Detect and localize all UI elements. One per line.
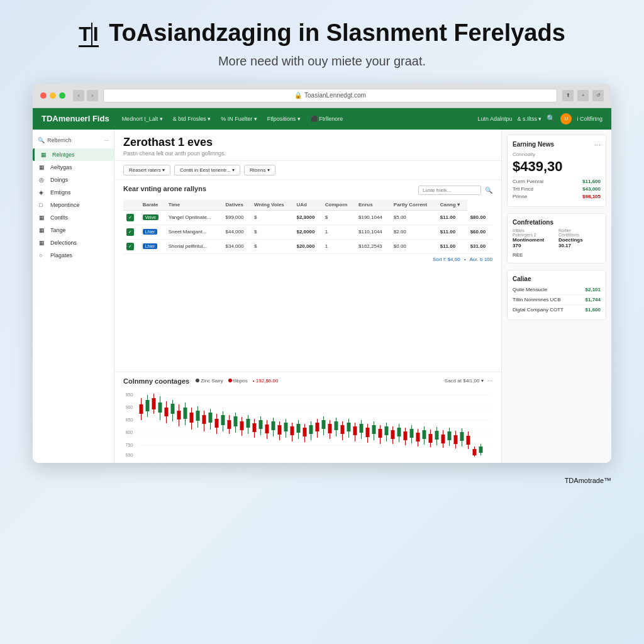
main-content: Zerothast 1 eves Pastn chena lelt our an… bbox=[114, 130, 501, 463]
sidebar-search[interactable]: 🔍 Relterrich ··· bbox=[33, 135, 114, 146]
svg-rect-38 bbox=[221, 415, 225, 425]
svg-rect-36 bbox=[215, 419, 219, 428]
svg-text:690: 690 bbox=[126, 453, 133, 457]
svg-rect-82 bbox=[360, 424, 364, 433]
bookmark-button[interactable]: + bbox=[577, 90, 589, 101]
svg-rect-106 bbox=[435, 431, 439, 440]
row2-tag: Lhier bbox=[140, 225, 165, 239]
caliae-title: Caliae bbox=[513, 275, 531, 282]
col-wv[interactable]: Wntng Voles bbox=[251, 199, 294, 211]
svg-text:950: 950 bbox=[126, 392, 133, 397]
row1-time: $99,000 bbox=[223, 210, 251, 225]
sidebar-menu-dots[interactable]: ··· bbox=[104, 137, 109, 143]
table-search-icon[interactable]: 🔍 bbox=[485, 187, 492, 194]
minimize-dot[interactable] bbox=[50, 92, 56, 99]
share-button[interactable]: ⬆ bbox=[562, 90, 574, 101]
table-area: Kear vnting arone rallyns 🔍 bbox=[114, 180, 501, 372]
maximize-dot[interactable] bbox=[59, 92, 65, 99]
chart-menu-dots[interactable]: ··· bbox=[487, 377, 492, 384]
sidebar-item-plagates[interactable]: ○ Plagates bbox=[33, 249, 114, 262]
sidebar-item-delections[interactable]: ▦ Delections bbox=[33, 236, 114, 249]
svg-rect-114 bbox=[460, 432, 464, 441]
earning-news-row-2: Trtl Fincd $43,000 bbox=[513, 186, 601, 192]
row2-enrus: $2.00 bbox=[391, 225, 437, 239]
nav-item-5[interactable]: ⬛ Ftrllenore bbox=[308, 114, 346, 123]
svg-rect-120 bbox=[479, 447, 483, 453]
nav-account-label: Lutn Adalntpu bbox=[477, 116, 512, 122]
data-table: Barate Time Datives Wntng Voles UAd Comp… bbox=[123, 199, 492, 254]
sidebar-item-tange[interactable]: ▦ Tange bbox=[33, 224, 114, 236]
back-button[interactable]: ‹ bbox=[73, 90, 84, 101]
svg-rect-118 bbox=[473, 449, 477, 455]
confirmations-header: Confretations bbox=[513, 219, 601, 226]
svg-rect-48 bbox=[253, 423, 257, 432]
sidebar-item-doings[interactable]: ◎ Doings bbox=[33, 174, 114, 186]
filter-btn-2[interactable]: Contit in Eest tenentr... ▾ bbox=[174, 165, 240, 175]
address-bar[interactable]: 🔒 ToasianLennedgt.com bbox=[103, 89, 557, 103]
nav-item-1[interactable]: Mednort t_Lalt ▾ bbox=[119, 114, 165, 123]
search-icon[interactable]: 🔍 bbox=[547, 114, 555, 123]
nav-account-dropdown[interactable]: & s.Iltss ▾ bbox=[517, 116, 541, 122]
sidebar-icon-delections: ▦ bbox=[39, 240, 47, 246]
row3-partly: $11.00 bbox=[437, 239, 467, 253]
svg-rect-28 bbox=[190, 413, 194, 423]
col-uad[interactable]: UAd bbox=[293, 199, 321, 211]
row3-comporn: $162,2543 bbox=[355, 239, 391, 253]
svg-rect-68 bbox=[316, 423, 319, 431]
svg-text:800: 800 bbox=[126, 430, 133, 435]
browser-traffic-lights bbox=[40, 92, 65, 99]
nav-item-3[interactable]: % IN Fuelter ▾ bbox=[218, 114, 260, 123]
reload-button[interactable]: ↺ bbox=[592, 90, 604, 101]
conf-item-2: Roitler Contlttions Doectings 30.17 bbox=[558, 228, 601, 248]
chart-header: Colnmny coontages Zinc Sairy tllbpos • 1… bbox=[123, 377, 492, 385]
col-canng[interactable]: Canng ▾ bbox=[437, 199, 467, 211]
table-search-input[interactable] bbox=[418, 186, 481, 195]
table-footer[interactable]: Sort f: $4,00 • Aur. b 100 bbox=[123, 254, 492, 265]
row1-datives: $ bbox=[251, 210, 294, 225]
svg-rect-40 bbox=[228, 420, 231, 429]
user-avatar[interactable]: U bbox=[560, 113, 572, 125]
table-header-row: Barate Time Datives Wntng Voles UAd Comp… bbox=[123, 199, 492, 211]
earning-news-menu[interactable]: ··· bbox=[594, 140, 601, 149]
row3-datives: $ bbox=[251, 239, 294, 253]
legend-item-3: • 192,$6.00 bbox=[253, 378, 279, 384]
svg-rect-22 bbox=[171, 404, 175, 414]
content-area: Kear vnting arone rallyns 🔍 bbox=[114, 180, 501, 463]
sidebar-item-relntges[interactable]: ▦ Relntges bbox=[33, 148, 114, 161]
svg-rect-102 bbox=[423, 430, 426, 439]
sidebar-item-contlts[interactable]: ▦ Contlts bbox=[33, 211, 114, 224]
nav-user-label: i Coltfirtng bbox=[577, 116, 602, 122]
row2-datives: $ bbox=[251, 225, 294, 239]
col-comporn[interactable]: Comporn bbox=[322, 199, 355, 211]
svg-rect-16 bbox=[152, 398, 156, 409]
row1-check[interactable]: ✓ bbox=[123, 210, 140, 225]
svg-rect-70 bbox=[322, 420, 326, 429]
col-time[interactable]: Time bbox=[165, 199, 223, 211]
forward-button[interactable]: › bbox=[87, 90, 98, 101]
svg-rect-78 bbox=[347, 423, 351, 431]
row3-check[interactable]: ✓ bbox=[123, 239, 140, 253]
col-datives[interactable]: Datives bbox=[223, 199, 251, 211]
col-barate[interactable]: Barate bbox=[140, 199, 165, 211]
chart-area: Colnmny coontages Zinc Sairy tllbpos • 1… bbox=[114, 372, 501, 463]
filter-btn-3[interactable]: Rtonns ▾ bbox=[244, 165, 275, 175]
sidebar-item-aeltygas[interactable]: ▦ Aeltygas bbox=[33, 161, 114, 174]
col-enrus[interactable]: Enrus bbox=[355, 199, 391, 211]
browser-chrome: ‹ › 🔒 ToasianLennedgt.com ⬆ + ↺ bbox=[33, 84, 611, 108]
app-navbar: TDAmenuerl Fids Mednort t_Lalt ▾ & btd F… bbox=[33, 108, 611, 130]
svg-rect-18 bbox=[158, 402, 162, 413]
sidebar-item-mepontince[interactable]: □ Mepontince bbox=[33, 199, 114, 211]
col-partly[interactable]: Partly Corrent bbox=[391, 199, 437, 211]
row2-check[interactable]: ✓ bbox=[123, 225, 140, 239]
sidebar-item-emtigns[interactable]: ◈ Emtigns bbox=[33, 186, 114, 199]
filter-btn-1[interactable]: Reasert raters ▾ bbox=[123, 165, 170, 175]
earning-news-value: $439,30 bbox=[513, 158, 601, 175]
row3-uad: 1 bbox=[322, 239, 355, 253]
nav-item-2[interactable]: & btd Frosles ▾ bbox=[170, 114, 214, 123]
chart-title: Colnmny coontages bbox=[123, 377, 189, 385]
svg-rect-98 bbox=[410, 429, 414, 438]
browser-action-buttons: ⬆ + ↺ bbox=[562, 90, 604, 101]
svg-rect-72 bbox=[328, 424, 332, 433]
nav-item-4[interactable]: Ftlpositions ▾ bbox=[265, 114, 303, 123]
close-dot[interactable] bbox=[40, 92, 47, 99]
